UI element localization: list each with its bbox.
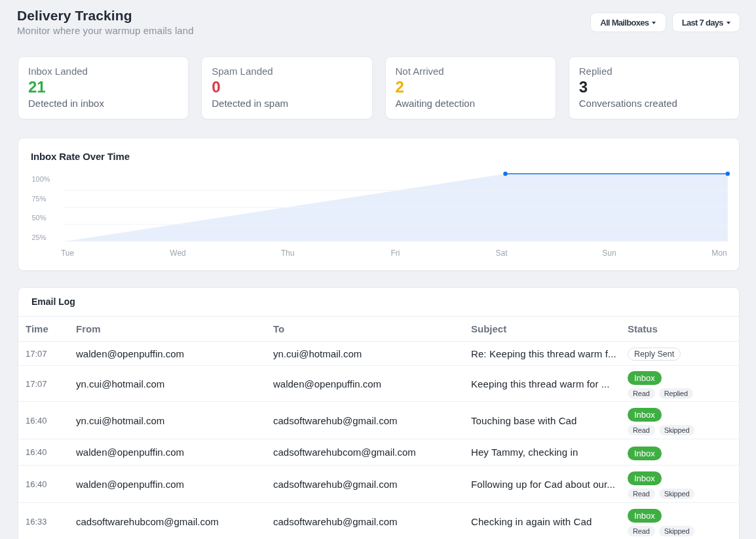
svg-text:Sun: Sun [602,249,616,258]
svg-text:Wed: Wed [170,249,185,258]
svg-text:Thu: Thu [281,249,295,258]
svg-text:25%: 25% [32,233,47,241]
svg-text:50%: 50% [32,214,47,222]
svg-text:100%: 100% [32,175,50,183]
svg-text:75%: 75% [32,195,47,203]
svg-text:Fri: Fri [391,249,400,258]
svg-text:Mon: Mon [711,249,727,258]
svg-text:Tue: Tue [61,249,75,258]
svg-text:Sat: Sat [495,249,508,258]
